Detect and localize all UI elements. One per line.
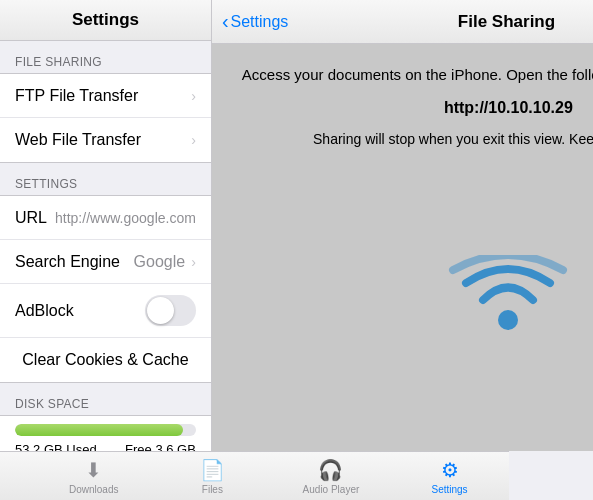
files-label: Files [202, 484, 223, 495]
files-icon: 📄 [200, 458, 225, 482]
disk-bar [15, 424, 196, 436]
wifi-icon-container [448, 170, 568, 442]
tab-settings[interactable]: ⚙ Settings [390, 452, 509, 500]
back-label: Settings [231, 13, 289, 31]
web-label: Web File Transfer [15, 131, 191, 149]
web-chevron-icon: › [191, 132, 196, 148]
ftp-file-transfer-item[interactable]: FTP File Transfer › [0, 74, 211, 118]
adblock-item[interactable]: AdBlock [0, 284, 211, 338]
right-panel: ‹ Settings File Sharing Password Access … [212, 0, 593, 451]
right-title: File Sharing [288, 12, 593, 32]
tab-files[interactable]: 📄 Files [153, 452, 272, 500]
search-engine-chevron-icon: › [191, 254, 196, 270]
web-file-transfer-item[interactable]: Web File Transfer › [0, 118, 211, 162]
tab-audio-player[interactable]: 🎧 Audio Player [272, 452, 391, 500]
url-item[interactable]: URL http://www.google.com [0, 196, 211, 240]
file-sharing-group: FTP File Transfer › Web File Transfer › [0, 73, 211, 163]
url-label: URL [15, 209, 47, 227]
search-engine-value: Google [134, 253, 186, 271]
search-engine-item[interactable]: Search Engine Google › [0, 240, 211, 284]
clear-cookies-label: Clear Cookies & Cache [15, 351, 196, 369]
ftp-label: FTP File Transfer [15, 87, 191, 105]
clear-cookies-item[interactable]: Clear Cookies & Cache [0, 338, 211, 382]
ftp-chevron-icon: › [191, 88, 196, 104]
disk-bar-fill [15, 424, 183, 436]
settings-group: URL http://www.google.com Search Engine … [0, 195, 211, 383]
search-engine-label: Search Engine [15, 253, 134, 271]
adblock-toggle[interactable] [145, 295, 196, 326]
svg-point-0 [498, 310, 518, 330]
settings-tab-label: Settings [431, 484, 467, 495]
tab-browser[interactable]: 🌐 Browser [0, 452, 34, 500]
access-text: Access your documents on the iPhone. Ope… [242, 64, 593, 87]
downloads-label: Downloads [69, 484, 118, 495]
downloads-icon: ⬇ [85, 458, 102, 482]
left-header: Settings [0, 0, 211, 41]
settings-section-header: SETTINGS [0, 171, 211, 195]
audio-icon: 🎧 [318, 458, 343, 482]
right-panel-wrapper: ‹ Settings File Sharing Password Access … [212, 0, 593, 500]
right-header: ‹ Settings File Sharing Password [212, 0, 593, 44]
url-value: http://www.google.com [55, 210, 196, 226]
toggle-thumb [147, 297, 174, 324]
left-panel: Settings FILE SHARING FTP File Transfer … [0, 0, 212, 500]
tab-bar: 🌐 Browser ⬇ Downloads 📄 Files 🎧 Audio Pl… [0, 451, 509, 500]
settings-title: Settings [0, 10, 211, 30]
back-chevron-icon: ‹ [222, 10, 229, 33]
back-button[interactable]: ‹ Settings [222, 10, 288, 33]
sharing-text: Sharing will stop when you exit this vie… [313, 129, 593, 150]
file-sharing-url: http://10.10.10.29 [444, 99, 573, 117]
disk-space-section-header: DISK SPACE [0, 391, 211, 415]
file-sharing-section-header: FILE SHARING [0, 49, 211, 73]
audio-label: Audio Player [303, 484, 360, 495]
adblock-label: AdBlock [15, 302, 80, 320]
tab-downloads[interactable]: ⬇ Downloads [34, 452, 153, 500]
wifi-sharing-icon [448, 255, 568, 355]
settings-tab-icon: ⚙ [441, 458, 459, 482]
right-content: Access your documents on the iPhone. Ope… [212, 44, 593, 451]
